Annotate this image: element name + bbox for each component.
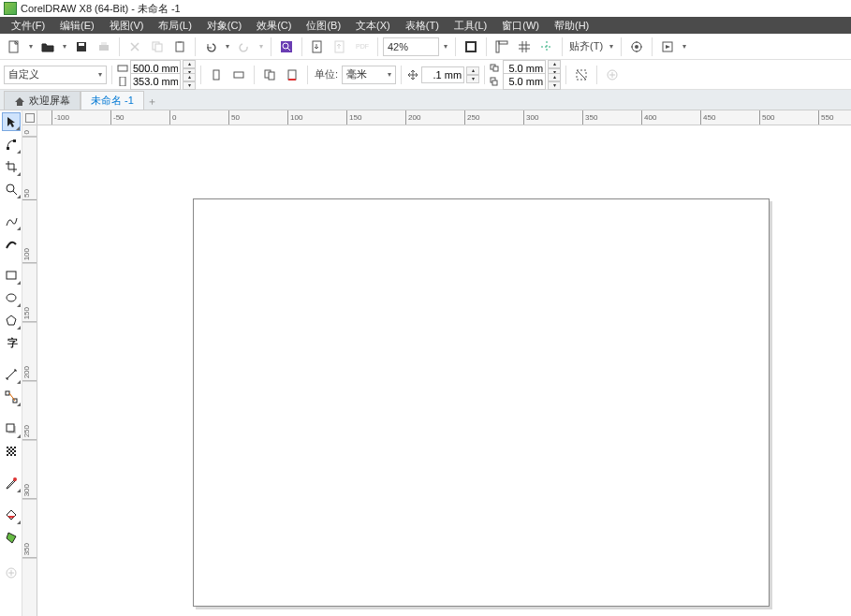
svg-rect-30	[492, 81, 497, 85]
rectangle-tool[interactable]	[2, 266, 21, 285]
workspace: 字 -100-500501001502002503003504004505005…	[0, 110, 851, 616]
page-height-spinner[interactable]: ▴▾	[183, 73, 196, 90]
show-rulers-button[interactable]	[492, 37, 512, 57]
menu-object[interactable]: 对象(C)	[199, 17, 249, 35]
paste-button[interactable]	[169, 37, 190, 57]
current-page-button[interactable]	[282, 65, 302, 85]
quick-customize-button[interactable]	[2, 564, 21, 582]
ellipse-tool[interactable]	[2, 288, 21, 307]
menu-edit[interactable]: 编辑(E)	[52, 17, 102, 35]
ruler-h-tick: -50	[110, 110, 125, 125]
ruler-h-tick: 550	[818, 110, 833, 125]
svg-point-35	[7, 184, 14, 192]
page-preset-combo[interactable]: 自定义▾	[4, 66, 107, 84]
drop-shadow-tool[interactable]	[2, 419, 21, 438]
export-button[interactable]	[330, 37, 350, 57]
import-button[interactable]	[307, 37, 328, 57]
svg-rect-8	[178, 41, 182, 43]
tab-welcome-label: 欢迎屏幕	[29, 94, 70, 108]
menu-layout[interactable]: 布局(L)	[151, 17, 198, 35]
new-dropdown[interactable]: ▾	[26, 42, 36, 51]
text-tool[interactable]: 字	[2, 333, 21, 352]
undo-button[interactable]	[200, 37, 221, 57]
publish-pdf-button[interactable]: PDF	[352, 37, 373, 57]
menu-file[interactable]: 文件(F)	[4, 17, 52, 35]
nudge-input[interactable]	[421, 66, 464, 83]
ruler-origin-button[interactable]	[22, 110, 37, 125]
ruler-h-tick: 100	[287, 110, 302, 125]
menu-tools[interactable]: 工具(L)	[447, 17, 494, 35]
portrait-button[interactable]	[206, 65, 227, 85]
cut-button[interactable]	[125, 37, 145, 57]
nudge-spinner[interactable]: ▴▾	[466, 66, 479, 83]
all-pages-button[interactable]	[259, 65, 280, 85]
zoom-dropdown[interactable]: ▾	[441, 42, 450, 51]
menu-bitmaps[interactable]: 位图(B)	[299, 17, 348, 35]
document-tabs: 欢迎屏幕 未命名 -1 ＋	[0, 90, 851, 110]
snap-dropdown[interactable]: ▾	[607, 42, 616, 51]
open-dropdown[interactable]: ▾	[60, 42, 69, 51]
svg-rect-25	[269, 72, 274, 80]
fullscreen-button[interactable]	[461, 37, 481, 57]
svg-rect-21	[120, 77, 125, 86]
ruler-v-tick: 300	[22, 484, 37, 499]
tab-add-button[interactable]: ＋	[144, 93, 161, 110]
vertical-ruler[interactable]: 050100150200250300350	[22, 125, 37, 616]
show-guidelines-button[interactable]	[536, 37, 557, 57]
menu-text[interactable]: 文本(X)	[348, 17, 398, 35]
treat-as-filled-button[interactable]	[571, 65, 592, 85]
units-combo[interactable]: 毫米▾	[342, 66, 396, 84]
redo-dropdown[interactable]: ▾	[257, 42, 266, 51]
ruler-h-tick: 50	[228, 110, 240, 125]
menu-window[interactable]: 窗口(W)	[494, 17, 547, 35]
ruler-v-tick: 250	[22, 425, 37, 440]
zoom-tool[interactable]	[2, 180, 21, 198]
menu-help[interactable]: 帮助(H)	[547, 17, 596, 35]
tab-document-label: 未命名 -1	[91, 94, 134, 108]
dup-y-spinner[interactable]: ▴▾	[548, 73, 561, 90]
page-height-input[interactable]	[130, 73, 181, 90]
save-button[interactable]	[71, 37, 92, 57]
dup-y-input[interactable]	[503, 73, 546, 90]
polygon-tool[interactable]	[2, 311, 21, 330]
undo-dropdown[interactable]: ▾	[223, 42, 232, 51]
landscape-button[interactable]	[228, 65, 249, 85]
color-eyedropper-tool[interactable]	[2, 474, 21, 492]
ruler-h-tick: 300	[523, 110, 538, 125]
artistic-media-tool[interactable]	[2, 234, 21, 253]
crop-tool[interactable]	[2, 157, 21, 176]
tab-welcome[interactable]: 欢迎屏幕	[4, 91, 81, 110]
pick-tool[interactable]	[2, 112, 21, 131]
connector-tool[interactable]	[2, 388, 21, 406]
shape-tool[interactable]	[2, 135, 21, 154]
page-dimensions: ▴▾ ▴▾	[117, 62, 196, 88]
redo-button[interactable]	[234, 37, 255, 57]
transparency-tool[interactable]	[2, 442, 21, 461]
smart-fill-tool[interactable]	[2, 528, 21, 547]
zoom-combo[interactable]: 42%	[383, 37, 439, 56]
copy-button[interactable]	[147, 37, 168, 57]
menu-table[interactable]: 表格(T)	[398, 17, 447, 35]
options-button[interactable]	[626, 37, 647, 57]
add-preset-button[interactable]	[602, 65, 623, 85]
drawing-viewport[interactable]	[37, 125, 851, 616]
nudge-icon	[406, 68, 419, 81]
horizontal-ruler[interactable]: -100-50050100150200250300350400450500550	[37, 110, 851, 125]
svg-rect-34	[13, 139, 16, 142]
tab-document[interactable]: 未命名 -1	[81, 91, 144, 110]
new-button[interactable]	[4, 37, 24, 57]
interactive-fill-tool[interactable]	[2, 506, 21, 524]
open-button[interactable]	[37, 37, 58, 57]
print-button[interactable]	[94, 37, 114, 57]
menu-effects[interactable]: 效果(C)	[249, 17, 299, 35]
freehand-tool[interactable]	[2, 212, 21, 230]
parallel-dimension-tool[interactable]	[2, 365, 21, 384]
launch-dropdown[interactable]: ▾	[680, 42, 689, 51]
ruler-v-tick: 200	[22, 366, 37, 381]
search-content-button[interactable]	[276, 37, 297, 57]
menu-view[interactable]: 视图(V)	[102, 17, 152, 35]
show-grid-button[interactable]	[514, 37, 535, 57]
svg-rect-14	[467, 43, 475, 51]
launch-button[interactable]	[657, 37, 678, 57]
standard-toolbar: ▾ ▾ ▾ ▾ PDF 42% ▾ 贴齐(T) ▾ ▾	[0, 34, 851, 60]
